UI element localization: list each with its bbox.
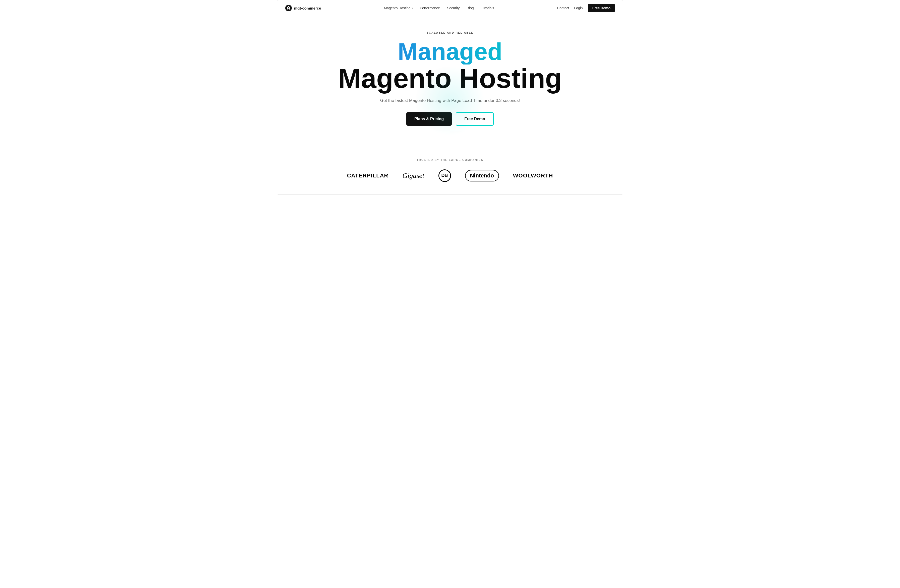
db-logo: DB	[438, 169, 451, 182]
trusted-logos: CATERPILLAR Gigaset DB Nintendo WOOLWORT…	[285, 169, 615, 182]
hero-title-managed: Managed	[338, 39, 562, 65]
trusted-label: TRUSTED BY THE LARGE COMPANIES	[285, 158, 615, 161]
chevron-down-icon: ▾	[411, 7, 413, 9]
hero-subtitle: Get the fastest Magento Hosting with Pag…	[380, 98, 520, 103]
nav-magento-hosting[interactable]: Magento Hosting ▾	[384, 6, 413, 10]
svg-point-1	[288, 7, 289, 8]
nav-login-link[interactable]: Login	[574, 6, 583, 10]
site-header: mgt-commerce Magento Hosting ▾ Performan…	[277, 0, 623, 16]
hero-tagline: SCALABLE AND RELIABLE	[427, 31, 473, 34]
hero-title-main: Magento Hosting	[338, 65, 562, 92]
hero-title: Managed Magento Hosting	[338, 39, 562, 92]
logo-link[interactable]: mgt-commerce	[285, 5, 321, 12]
nav-contact-link[interactable]: Contact	[557, 6, 569, 10]
hero-free-demo-button[interactable]: Free Demo	[456, 112, 494, 126]
nav-security[interactable]: Security	[447, 6, 460, 10]
hero-section: SCALABLE AND RELIABLE Managed Magento Ho…	[277, 16, 623, 151]
page-wrapper: mgt-commerce Magento Hosting ▾ Performan…	[277, 0, 623, 195]
logo-rocket-icon	[285, 5, 292, 12]
nintendo-logo: Nintendo	[465, 170, 499, 181]
nav-performance[interactable]: Performance	[420, 6, 440, 10]
nav-blog[interactable]: Blog	[467, 6, 474, 10]
hero-buttons: Plans & Pricing Free Demo	[406, 112, 494, 126]
trusted-section: TRUSTED BY THE LARGE COMPANIES CATERPILL…	[277, 151, 623, 195]
logo-text: mgt-commerce	[294, 6, 321, 10]
nav-tutorials[interactable]: Tutorials	[481, 6, 494, 10]
caterpillar-logo: CATERPILLAR	[347, 172, 388, 179]
nav-free-demo-button[interactable]: Free Demo	[588, 4, 615, 12]
nav-right: Contact Login Free Demo	[557, 4, 615, 12]
main-nav: Magento Hosting ▾ Performance Security B…	[384, 6, 494, 10]
gigaset-logo: Gigaset	[402, 172, 424, 179]
woolworth-logo: WOOLWORTH	[513, 172, 553, 179]
plans-pricing-button[interactable]: Plans & Pricing	[406, 112, 452, 126]
